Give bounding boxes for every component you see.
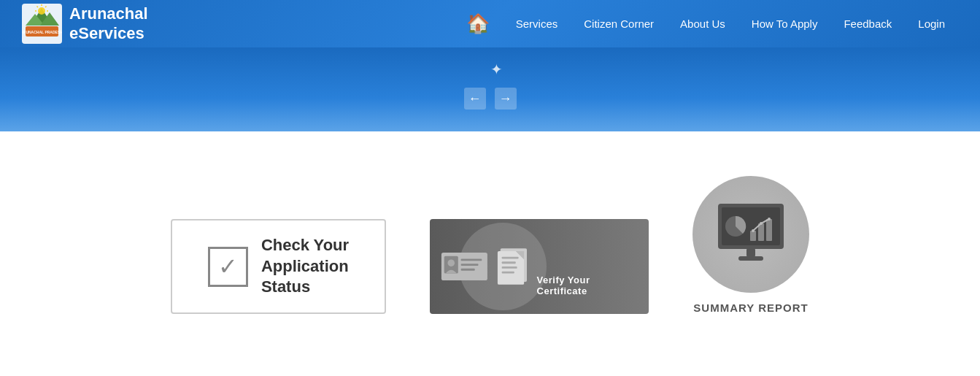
status-card-label: Check Your Application Status bbox=[261, 235, 349, 298]
svg-point-31 bbox=[752, 229, 755, 232]
checkbox-icon: ✓ bbox=[208, 247, 248, 287]
document-icon bbox=[496, 245, 531, 288]
svg-point-32 bbox=[760, 222, 763, 225]
logo-area: ARUNACHAL PRADESH Arunachal eServices bbox=[22, 4, 148, 44]
svg-rect-30 bbox=[766, 219, 772, 241]
slider-controls: ← → bbox=[464, 88, 517, 110]
svg-rect-21 bbox=[501, 261, 515, 264]
summary-circle bbox=[692, 176, 809, 293]
verify-card-label: Verify Your Certificate bbox=[537, 275, 638, 307]
svg-rect-23 bbox=[501, 272, 514, 274]
svg-rect-35 bbox=[738, 256, 763, 261]
svg-rect-20 bbox=[501, 257, 518, 259]
main-content: ✓ Check Your Application Status bbox=[0, 131, 980, 350]
svg-point-33 bbox=[768, 218, 771, 220]
svg-rect-28 bbox=[750, 231, 756, 241]
summary-report-card[interactable]: SUMMARY REPORT bbox=[692, 176, 809, 314]
sparkle-decoration: ✦ bbox=[490, 61, 503, 78]
hero-banner: ✦ ← → bbox=[0, 47, 980, 131]
main-nav: 🏠 Services Citizen Corner About Us How T… bbox=[466, 0, 958, 47]
nav-how-to-apply[interactable]: How To Apply bbox=[738, 0, 831, 47]
svg-line-8 bbox=[37, 7, 39, 8]
svg-point-4 bbox=[38, 7, 45, 15]
svg-rect-16 bbox=[461, 264, 479, 266]
slider-next-button[interactable]: → bbox=[495, 88, 517, 110]
check-application-status-card[interactable]: ✓ Check Your Application Status bbox=[171, 219, 386, 314]
site-title: Arunachal eServices bbox=[69, 4, 148, 43]
svg-point-14 bbox=[447, 259, 455, 266]
checkmark-icon: ✓ bbox=[218, 253, 238, 280]
nav-about-us[interactable]: About Us bbox=[667, 0, 738, 47]
svg-rect-15 bbox=[461, 259, 482, 261]
summary-report-label: SUMMARY REPORT bbox=[693, 302, 808, 314]
site-header: ARUNACHAL PRADESH Arunachal eServices 🏠 … bbox=[0, 0, 980, 47]
svg-rect-17 bbox=[461, 269, 475, 271]
home-icon-wrap[interactable]: 🏠 bbox=[466, 12, 490, 35]
svg-rect-22 bbox=[501, 266, 517, 269]
slider-prev-button[interactable]: ← bbox=[464, 88, 486, 110]
home-icon[interactable]: 🏠 bbox=[466, 12, 490, 34]
svg-rect-34 bbox=[746, 249, 755, 256]
svg-text:ARUNACHAL PRADESH: ARUNACHAL PRADESH bbox=[22, 30, 62, 34]
nav-feedback[interactable]: Feedback bbox=[830, 0, 905, 47]
nav-citizen-corner[interactable]: Citizen Corner bbox=[571, 0, 667, 47]
svg-line-6 bbox=[45, 7, 47, 8]
site-logo: ARUNACHAL PRADESH bbox=[22, 4, 62, 44]
login-button[interactable]: Login bbox=[905, 0, 958, 47]
id-card-icon bbox=[440, 248, 489, 285]
nav-services[interactable]: Services bbox=[503, 0, 571, 47]
verify-card-content: Verify Your Certificate bbox=[430, 219, 649, 314]
monitor-icon bbox=[711, 200, 791, 269]
verify-certificate-card[interactable]: Verify Your Certificate bbox=[430, 219, 649, 314]
